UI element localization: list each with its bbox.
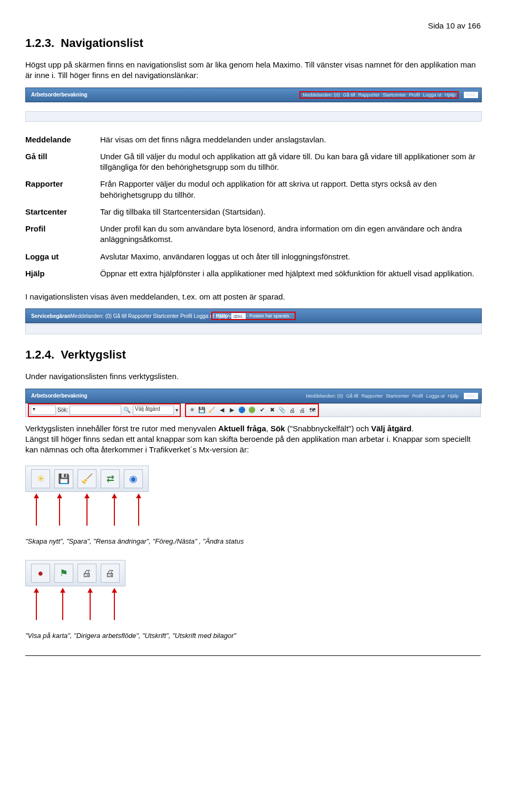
page-number: Sida 10 av 166	[25, 21, 481, 30]
definitions-table: MeddelandeHär visas om det finns några m…	[25, 131, 481, 283]
nav-links-group-3: Meddelanden: (0) Gå till Rapporter Start…	[306, 393, 478, 399]
def-desc: Öppnar ett extra hjälpfönster i alla app…	[100, 265, 481, 282]
arrows-2	[25, 588, 141, 631]
nav-link[interactable]: Hjälp	[447, 393, 459, 399]
icon-strip-1: ✳ 💾 🧹 ⇄ ◉	[25, 466, 149, 492]
def-row: ProfilUnder profil kan du som användare …	[25, 220, 481, 248]
route-icon[interactable]: 🟢	[248, 406, 256, 414]
def-row: Gå tillUnder Gå till väljer du modul och…	[25, 148, 481, 176]
chevron-down-icon[interactable]: ▾	[176, 407, 178, 413]
status-icon[interactable]: 🔵	[238, 406, 246, 414]
nav-link[interactable]: Rapporter	[362, 393, 383, 399]
nav-link[interactable]: Rapporter	[128, 313, 151, 319]
sok-label: Sök:	[57, 407, 68, 413]
nav-app-title-3: Arbetsorderbevakning	[26, 393, 87, 399]
arrows-1	[25, 494, 173, 536]
new-icon[interactable]: ✳	[188, 406, 196, 414]
change-status-icon[interactable]: ◉	[124, 469, 143, 488]
def-row: HjälpÖppnar ett extra hjälpfönster i all…	[25, 265, 481, 282]
approve-icon[interactable]: ✔	[258, 406, 266, 414]
section-2-heading: 1.2.4. Verktygslist	[25, 348, 481, 362]
toolbar-right-highlight: ✳ 💾 🧹 ◀ ▶ 🔵 🟢 ✔ ✖ 📎 🖨 🖨 🗺	[185, 403, 319, 417]
def-term: Profil	[25, 220, 100, 248]
def-row: StartcenterTar dig tillbaka till Startce…	[25, 204, 481, 220]
def-desc: Här visas om det finns några meddelanden…	[100, 131, 481, 148]
nav-link[interactable]: Profil	[412, 393, 423, 399]
def-term: Startcenter	[25, 204, 100, 220]
nav-link[interactable]: Meddelanden: (0)	[303, 92, 340, 98]
print-with-attachments-icon[interactable]: 🖨	[101, 564, 120, 583]
save-icon[interactable]: 💾	[54, 469, 73, 488]
icon-strip-2: ● ⚑ 🖨 🖨	[25, 560, 125, 586]
current-query-dropdown[interactable]: ▾	[31, 405, 56, 415]
after-table-text: I navigationslisten visas även meddeland…	[25, 292, 481, 302]
nav-app-title-2: Servicebegäran	[26, 313, 71, 319]
new-icon[interactable]: ✳	[31, 469, 50, 488]
print-icon[interactable]: 🖨	[288, 406, 296, 414]
map-icon[interactable]: ●	[31, 564, 50, 583]
msgbar-toolbar-strip	[25, 324, 482, 334]
section-2-number: 1.2.4.	[25, 348, 54, 361]
nav-link[interactable]: Startcenter	[153, 313, 179, 319]
search-icon[interactable]: 🔍	[123, 406, 131, 414]
nav-link[interactable]: Meddelanden: (0)	[306, 393, 343, 399]
def-term: Logga ut	[25, 248, 100, 265]
nav-link[interactable]: Gå till	[343, 92, 355, 98]
search-input[interactable]	[70, 405, 121, 415]
nav-link[interactable]: Rapporter	[358, 92, 380, 98]
section-1-intro: Högst upp på skärmen finns en navigation…	[25, 60, 481, 81]
text: ("Snabbnyckelfält") och	[285, 424, 371, 433]
bold-text: Välj åtgärd	[371, 424, 412, 433]
text: Verktygslisten innehåller först tre ruto…	[25, 424, 218, 433]
def-desc: Från Rapporter väljer du modul och appli…	[100, 176, 481, 204]
bold-text: Sök	[270, 424, 285, 433]
attach-icon[interactable]: 📎	[278, 406, 286, 414]
nav-link[interactable]: Logga ut	[426, 393, 444, 399]
clear-icon[interactable]: 🧹	[208, 406, 216, 414]
nav-link[interactable]: Profil	[180, 313, 192, 319]
reject-icon[interactable]: ✖	[268, 406, 276, 414]
print-icon[interactable]: 🖨	[298, 406, 306, 414]
toolbar-left-highlight: ▾ Sök: 🔍 Välj åtgärd ▾	[28, 403, 181, 417]
icon-caption-1: "Skapa nytt", "Spara", "Rensa ändringar"…	[25, 537, 481, 545]
section-2-intro: Under navigationslisten finns verktygsli…	[25, 371, 481, 382]
def-desc: Under profil kan du som användare byta l…	[100, 220, 481, 248]
ibm-logo: IBM.	[464, 393, 478, 399]
print-icon[interactable]: 🖨	[77, 564, 96, 583]
nav-link[interactable]: Meddelanden: (0)	[71, 313, 112, 319]
nav-link[interactable]: Startcenter	[383, 92, 406, 98]
nav-link[interactable]: Hjälp	[444, 92, 455, 98]
section-1-number: 1.2.3.	[25, 36, 54, 50]
section-1-title: Navigationslist	[61, 36, 143, 50]
nav-link[interactable]: Gå till	[346, 393, 358, 399]
page-footer-rule	[25, 655, 481, 656]
section-1-heading: 1.2.3. Navigationslist	[25, 36, 481, 50]
section-2-title: Verktygslist	[61, 348, 126, 361]
icon-caption-2: "Visa på karta", "Dirigera arbetsflöde",…	[25, 632, 481, 640]
def-row: Logga utAvslutar Maximo, användaren logg…	[25, 248, 481, 265]
text: ,	[266, 424, 270, 433]
nav-links-group: Meddelanden: (0) Gå till Rapporter Start…	[299, 91, 478, 99]
save-icon[interactable]: 💾	[198, 406, 206, 414]
def-term: Hjälp	[25, 265, 100, 282]
select-action-dropdown[interactable]: Välj åtgärd	[133, 405, 174, 415]
nav-link[interactable]: Profil	[409, 92, 420, 98]
clear-changes-icon[interactable]: 🧹	[77, 469, 96, 488]
text: Längst till höger finns sedan ett antal …	[25, 434, 471, 454]
nav-link[interactable]: Gå till	[113, 313, 127, 319]
def-desc: Tar dig tillbaka till Startcentersidan (…	[100, 204, 481, 220]
prev-next-icon[interactable]: ⇄	[101, 469, 120, 488]
toolbar-screenshot: Arbetsorderbevakning Meddelanden: (0) Gå…	[25, 389, 481, 417]
prev-icon[interactable]: ◀	[218, 406, 226, 414]
toolbar-row: ▾ Sök: 🔍 Välj åtgärd ▾ ✳ 💾 🧹 ◀ ▶ 🔵 🟢 ✔ ✖…	[25, 403, 481, 417]
nav-link[interactable]: Logga ut	[423, 92, 441, 98]
navbar-toolbar-strip	[25, 111, 482, 122]
next-icon[interactable]: ▶	[228, 406, 236, 414]
nav-links-highlight: Meddelanden: (0) Gå till Rapporter Start…	[299, 91, 459, 99]
def-term: Gå till	[25, 148, 100, 176]
navbar-screenshot-1: Arbetsorderbevakning Meddelanden: (0) Gå…	[25, 88, 482, 102]
map-icon[interactable]: 🗺	[308, 406, 316, 414]
nav-link[interactable]: Startcenter	[386, 393, 409, 399]
route-workflow-icon[interactable]: ⚑	[54, 564, 73, 583]
def-row: RapporterFrån Rapporter väljer du modul …	[25, 176, 481, 204]
